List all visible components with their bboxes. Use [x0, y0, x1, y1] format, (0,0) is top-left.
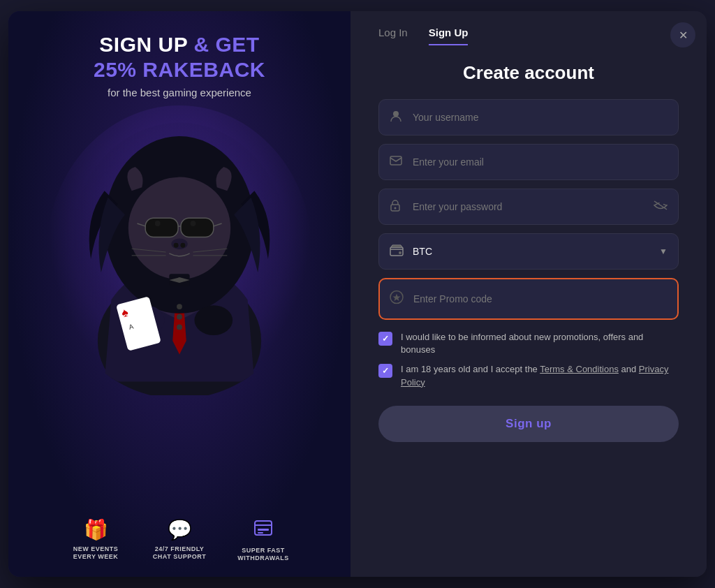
- svg-point-36: [399, 251, 401, 254]
- chat-icon: 💬: [168, 518, 192, 541]
- svg-rect-35: [390, 247, 403, 256]
- feature-chat-label: 24/7 FRIENDLY CHAT SUPPORT: [148, 545, 211, 561]
- feature-withdrawals-label: SUPER FAST WITHDRAWALS: [232, 547, 295, 563]
- close-button[interactable]: ✕: [670, 22, 695, 47]
- promo-part1: SIGN UP: [99, 33, 187, 56]
- feature-chat: 💬 24/7 FRIENDLY CHAT SUPPORT: [148, 518, 211, 563]
- check-icon-2: ✓: [382, 366, 389, 376]
- svg-point-31: [393, 111, 399, 117]
- svg-rect-32: [390, 156, 401, 165]
- form-title: Create account: [378, 62, 679, 84]
- promotions-checkbox[interactable]: ✓: [378, 332, 392, 346]
- currency-select[interactable]: BTC ETH USDT LTC: [378, 233, 679, 270]
- svg-point-11: [171, 238, 187, 249]
- svg-rect-29: [258, 529, 269, 531]
- svg-rect-30: [258, 532, 263, 534]
- tab-signup[interactable]: Sign Up: [429, 27, 469, 45]
- modal: SIGN UP & GET 25% RAKEBACK for the best …: [8, 11, 707, 577]
- email-input[interactable]: [378, 144, 679, 180]
- svg-rect-4: [145, 218, 178, 237]
- lock-icon: [390, 199, 401, 214]
- tab-login[interactable]: Log In: [378, 27, 408, 45]
- svg-point-26: [177, 324, 182, 330]
- feature-withdrawals: SUPER FAST WITHDRAWALS: [232, 518, 295, 563]
- star-icon: [390, 291, 404, 308]
- lightning-icon: [253, 518, 273, 543]
- svg-point-22: [194, 305, 233, 335]
- user-icon: [390, 110, 402, 125]
- auth-tabs: Log In Sign Up: [378, 11, 679, 45]
- currency-select-wrapper: BTC ETH USDT LTC ▼: [378, 233, 679, 270]
- svg-point-24: [177, 304, 182, 309]
- svg-point-13: [180, 243, 185, 248]
- promo-code-field-wrapper: [378, 278, 679, 320]
- terms-label: I am 18 years old and I accept the Terms…: [401, 363, 679, 388]
- gift-icon: 🎁: [84, 518, 108, 541]
- terms-text-before: I am 18 years old and I accept the: [401, 364, 540, 374]
- feature-events: 🎁 NEW EVENTS EVERY WEEK: [64, 518, 127, 563]
- username-input[interactable]: [378, 99, 679, 135]
- svg-point-3: [128, 177, 230, 279]
- password-field-wrapper: [378, 189, 679, 225]
- email-field-wrapper: [378, 144, 679, 180]
- terms-text-middle: and: [619, 364, 639, 374]
- terms-checkbox[interactable]: ✓: [378, 364, 392, 378]
- wallet-icon: [390, 244, 404, 259]
- svg-point-10: [191, 221, 196, 226]
- svg-point-34: [395, 207, 397, 210]
- svg-point-9: [155, 221, 161, 226]
- check-icon: ✓: [382, 334, 389, 344]
- signup-button[interactable]: Sign up: [378, 406, 679, 442]
- promotions-checkbox-row: ✓ I would like to be informed about new …: [378, 331, 679, 356]
- username-field-wrapper: [378, 99, 679, 135]
- terms-conditions-link[interactable]: Terms & Conditions: [540, 364, 619, 374]
- terms-checkbox-row: ✓ I am 18 years old and I accept the Ter…: [378, 363, 679, 388]
- svg-point-12: [174, 243, 179, 248]
- email-icon: [390, 156, 402, 168]
- promo-text-block: SIGN UP & GET 25% RAKEBACK for the best …: [94, 32, 265, 98]
- right-panel: ✕ Log In Sign Up Create account: [351, 11, 707, 577]
- password-input[interactable]: [378, 189, 679, 225]
- svg-rect-5: [181, 218, 214, 237]
- features-bar: 🎁 NEW EVENTS EVERY WEEK 💬 24/7 FRIENDLY …: [64, 511, 295, 563]
- promo-subheadline: for the best gaming experience: [94, 87, 265, 98]
- promo-headline: SIGN UP & GET 25% RAKEBACK: [94, 32, 265, 82]
- svg-point-25: [177, 314, 182, 320]
- promo-code-input[interactable]: [378, 278, 679, 320]
- feature-events-label: NEW EVENTS EVERY WEEK: [64, 545, 127, 561]
- promotions-label: I would like to be informed about new pr…: [401, 331, 679, 356]
- left-panel: SIGN UP & GET 25% RAKEBACK for the best …: [8, 11, 351, 577]
- promo-part2: 25% RAKEBACK: [94, 58, 265, 81]
- promo-connector: & GET: [193, 33, 259, 56]
- eye-off-icon[interactable]: [654, 200, 668, 213]
- lion-illustration: ♠ A: [47, 105, 312, 399]
